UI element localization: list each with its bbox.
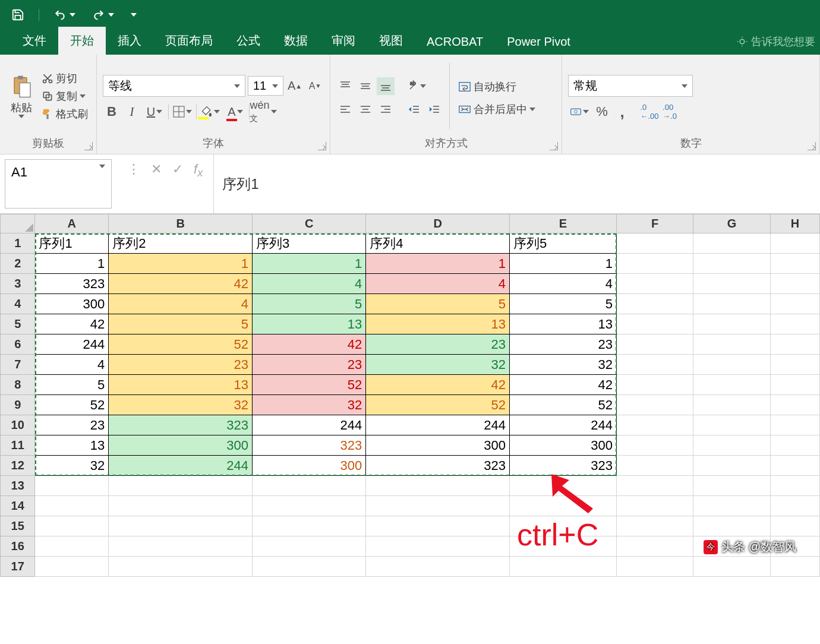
cell[interactable] (617, 375, 693, 395)
cell[interactable] (617, 496, 693, 516)
tab-acrobat[interactable]: ACROBAT (415, 29, 495, 55)
cell[interactable] (617, 233, 693, 254)
cell[interactable] (770, 456, 819, 476)
cell[interactable]: 1 (109, 254, 253, 274)
cell[interactable] (693, 254, 770, 274)
accounting-format-button[interactable] (568, 103, 591, 121)
cell[interactable]: 1 (253, 254, 366, 274)
orientation-button[interactable]: ab (405, 77, 428, 95)
align-bottom-icon[interactable] (377, 77, 395, 95)
cell[interactable] (693, 355, 770, 375)
cell[interactable]: 32 (253, 395, 366, 415)
cell[interactable] (617, 254, 693, 274)
cell[interactable] (253, 536, 366, 557)
col-header[interactable]: F (617, 214, 693, 233)
cell[interactable]: 323 (510, 456, 617, 476)
cell[interactable] (35, 536, 109, 557)
cell[interactable] (366, 476, 510, 496)
cell[interactable]: 244 (510, 415, 617, 435)
cell[interactable] (366, 496, 510, 516)
save-button[interactable] (9, 6, 27, 24)
redo-button[interactable] (90, 7, 116, 23)
tab-file[interactable]: 文件 (11, 27, 58, 55)
cell[interactable]: 4 (109, 294, 253, 314)
cell[interactable]: 323 (35, 274, 109, 294)
col-header[interactable]: H (770, 214, 819, 233)
cell[interactable]: 244 (253, 415, 366, 435)
cell[interactable]: 序列5 (510, 233, 617, 254)
cell[interactable]: 23 (35, 415, 109, 435)
cell[interactable] (366, 516, 510, 536)
tab-review[interactable]: 审阅 (320, 27, 367, 55)
cell[interactable] (617, 294, 693, 314)
tab-powerpivot[interactable]: Power Pivot (495, 29, 582, 55)
tab-view[interactable]: 视图 (367, 27, 415, 55)
cell[interactable] (693, 456, 770, 476)
row-header[interactable]: 6 (1, 334, 35, 355)
cell[interactable]: 13 (35, 435, 109, 456)
cell[interactable] (770, 254, 819, 274)
worksheet[interactable]: ABCDEFGH1序列1序列2序列3序列4序列52111113323424444… (0, 214, 820, 577)
col-header[interactable]: A (35, 214, 109, 233)
decrease-font-icon[interactable]: A▼ (306, 77, 324, 95)
cell[interactable]: 32 (109, 395, 253, 415)
cell[interactable]: 序列3 (253, 233, 366, 254)
cell[interactable] (770, 314, 819, 334)
cell[interactable] (770, 516, 819, 536)
cell[interactable]: 300 (253, 456, 366, 476)
cell[interactable] (617, 456, 693, 476)
cell[interactable]: 13 (109, 375, 253, 395)
cell[interactable]: 13 (253, 314, 366, 334)
cell[interactable] (617, 516, 693, 536)
cell[interactable] (109, 516, 253, 536)
cell[interactable]: 300 (366, 435, 510, 456)
bold-button[interactable]: B (103, 103, 121, 121)
cell[interactable] (770, 375, 819, 395)
cell[interactable]: 5 (35, 375, 109, 395)
cell[interactable]: 序列1 (35, 233, 109, 254)
cell[interactable]: 52 (109, 334, 253, 355)
row-header[interactable]: 8 (1, 375, 35, 395)
cell[interactable]: 4 (510, 274, 617, 294)
cell[interactable]: 5 (253, 294, 366, 314)
formula-input[interactable] (214, 154, 820, 213)
wrap-text-button[interactable]: 自动换行 (456, 78, 538, 95)
align-center-icon[interactable] (357, 101, 374, 119)
cell[interactable] (617, 395, 693, 415)
cell[interactable] (617, 557, 693, 577)
fx-icon[interactable]: fx (194, 162, 203, 179)
cell[interactable] (109, 476, 253, 496)
row-header[interactable]: 5 (1, 314, 35, 334)
cell[interactable]: 5 (366, 294, 510, 314)
cell[interactable] (693, 395, 770, 415)
row-header[interactable]: 12 (1, 456, 35, 476)
cell[interactable] (693, 233, 770, 254)
decrease-decimal-icon[interactable]: .00→.0 (661, 103, 679, 121)
cell[interactable] (253, 476, 366, 496)
cell[interactable] (770, 415, 819, 435)
cell[interactable]: 323 (366, 456, 510, 476)
cell[interactable] (770, 233, 819, 254)
tab-layout[interactable]: 页面布局 (153, 27, 225, 55)
percent-button[interactable]: % (593, 103, 611, 121)
fill-color-button[interactable] (199, 103, 222, 121)
cell[interactable] (693, 415, 770, 435)
cell[interactable] (770, 557, 819, 577)
cell[interactable]: 52 (253, 375, 366, 395)
cell[interactable] (35, 476, 109, 496)
decrease-indent-icon[interactable] (405, 101, 423, 119)
col-header[interactable]: E (510, 214, 617, 233)
number-format-select[interactable]: 常规 (568, 75, 693, 97)
cell[interactable] (109, 536, 253, 557)
cell[interactable] (617, 334, 693, 355)
cell[interactable] (770, 274, 819, 294)
cell[interactable] (617, 476, 693, 496)
increase-indent-icon[interactable] (425, 101, 443, 119)
cell[interactable]: 32 (366, 355, 510, 375)
tab-formulas[interactable]: 公式 (225, 27, 272, 55)
cancel-icon[interactable]: ✕ (151, 162, 162, 177)
font-launcher[interactable] (318, 142, 326, 150)
cell[interactable] (693, 476, 770, 496)
tell-me[interactable]: 告诉我您想要 (732, 29, 820, 55)
cell[interactable] (617, 274, 693, 294)
